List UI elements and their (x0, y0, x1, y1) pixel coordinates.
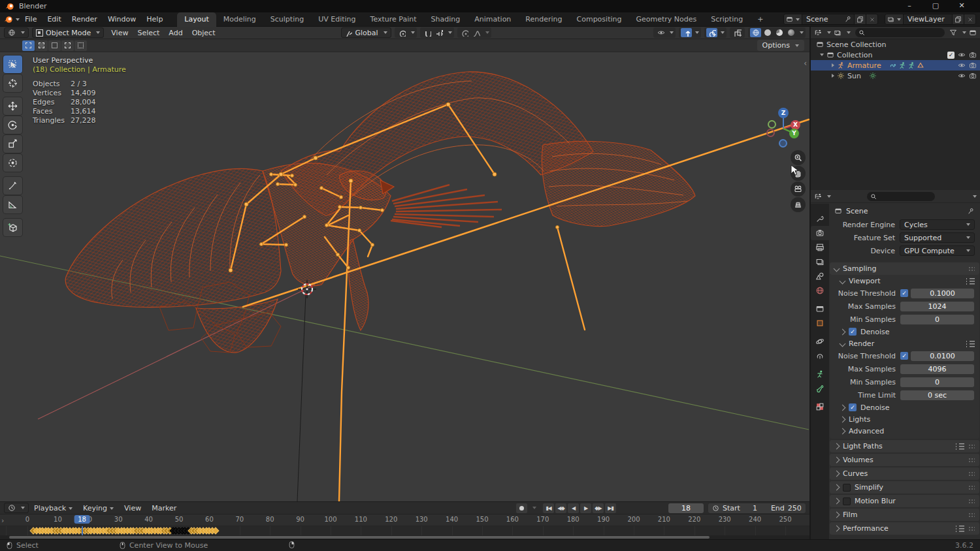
render-engine-dropdown[interactable]: Cycles (900, 219, 975, 230)
shading-material-button[interactable] (774, 28, 785, 37)
pin-icon[interactable] (968, 208, 975, 215)
tool-rotate-button[interactable] (3, 116, 22, 134)
hide-eye-icon[interactable] (958, 72, 966, 80)
outliner-row-collection[interactable]: Collection ✓ (811, 50, 980, 60)
current-frame-badge[interactable]: 18 (74, 515, 90, 524)
close-button[interactable]: ✕ (949, 0, 975, 12)
expand-icon[interactable] (832, 63, 834, 67)
disable-render-icon[interactable] (969, 61, 977, 69)
viewlayer-name[interactable]: ViewLayer (904, 15, 952, 24)
panel-simplify[interactable]: Simplify (830, 481, 979, 494)
preset-icon[interactable] (966, 340, 975, 347)
object-visibility-dropdown[interactable] (653, 27, 676, 38)
tool-annotate-button[interactable] (3, 177, 22, 195)
tab-sculpting[interactable]: Sculpting (263, 12, 311, 27)
gizmo-neg-x-axis[interactable] (766, 129, 775, 137)
panel-grip[interactable] (968, 512, 975, 518)
tab-layout[interactable]: Layout (177, 12, 216, 27)
timeline-menu-view[interactable]: View (119, 503, 146, 514)
auto-keying-button[interactable] (516, 503, 527, 513)
sidebar-pull-tab[interactable]: ‹ (804, 59, 807, 68)
motion-blur-checkbox[interactable] (843, 497, 851, 505)
tool-move-button[interactable] (3, 97, 22, 115)
max-samples-value-field[interactable]: 1024 (900, 302, 974, 311)
collapse-icon[interactable] (820, 54, 824, 56)
menu-render[interactable]: Render (67, 13, 103, 25)
proportional-editing-group[interactable] (457, 27, 491, 38)
maximize-button[interactable]: ▢ (923, 0, 949, 12)
sampling-viewport-subheader[interactable]: Viewport (830, 275, 979, 287)
gizmo-neg-y-axis[interactable] (768, 120, 776, 129)
panel-light-paths[interactable]: Light Paths (830, 440, 979, 452)
perspective-toggle-button[interactable] (791, 197, 806, 212)
timeline-scrollbar-thumb[interactable] (9, 536, 710, 539)
select-mode-subtract[interactable] (48, 40, 61, 51)
menu-file[interactable]: File (20, 13, 42, 25)
render-denoise-toggle[interactable]: ✓Denoise (830, 401, 979, 413)
hide-eye-icon[interactable] (958, 51, 966, 59)
panel-grip[interactable] (968, 444, 975, 449)
properties-tab-tool[interactable] (811, 212, 829, 226)
jump-to-start-button[interactable]: ▮◀ (543, 503, 554, 513)
viewport-menu-select[interactable]: Select (133, 27, 164, 39)
proportional-circle-icon[interactable] (459, 28, 470, 37)
outliner-search-input[interactable] (855, 28, 945, 37)
tab-texture-paint[interactable]: Texture Paint (363, 12, 424, 27)
panel-film[interactable]: Film (830, 509, 979, 521)
menu-edit[interactable]: Edit (42, 13, 66, 25)
expand-icon[interactable] (832, 74, 834, 78)
display-mode-icon[interactable] (834, 29, 841, 37)
panel-grip[interactable] (968, 458, 975, 463)
shading-solid-button[interactable] (762, 28, 773, 37)
properties-tab-view-layer[interactable] (811, 255, 829, 269)
noise-threshold-checkbox[interactable]: ✓ (900, 352, 908, 360)
viewport-menu-object[interactable]: Object (188, 27, 220, 39)
magnet-icon[interactable] (422, 28, 433, 37)
jump-to-end-button[interactable]: ▶▮ (605, 503, 616, 513)
collection-checkbox[interactable]: ✓ (947, 52, 955, 59)
pin-icon[interactable] (845, 16, 852, 23)
panel-performance[interactable]: Performance (830, 522, 979, 535)
tab-animation[interactable]: Animation (467, 12, 518, 27)
properties-tab-bone[interactable] (811, 381, 829, 396)
scene-icon[interactable] (784, 14, 802, 24)
timeline-menu-keying[interactable]: Keying (78, 503, 119, 514)
preset-icon[interactable] (966, 277, 975, 285)
minimize-button[interactable]: – (896, 0, 923, 12)
timeline-menu-marker[interactable]: Marker (146, 503, 182, 514)
min-samples-value-field[interactable]: 0 (900, 315, 974, 324)
noise-threshold-value-field[interactable]: 0.1000 (911, 289, 974, 298)
properties-tab-physics[interactable] (811, 334, 829, 349)
properties-tab-object[interactable] (811, 316, 829, 330)
falloff-curve-icon[interactable] (471, 28, 482, 37)
new-scene-button[interactable] (854, 14, 866, 24)
noise-threshold-checkbox[interactable]: ✓ (900, 289, 908, 297)
timeline-menu-playback[interactable]: Playback (29, 503, 78, 514)
filter-icon[interactable] (949, 29, 957, 37)
tool-transform-button[interactable] (3, 154, 22, 172)
gizmo-neg-z-axis[interactable] (779, 139, 787, 148)
menu-window[interactable]: Window (103, 13, 141, 25)
zoom-button[interactable] (791, 150, 806, 165)
current-frame-field[interactable]: 18 (668, 503, 704, 513)
outliner-row-armature[interactable]: Armature (811, 60, 980, 71)
tool-scale-button[interactable] (3, 135, 22, 153)
snapping-group[interactable] (420, 27, 454, 38)
panel-motion-blur[interactable]: Motion Blur (830, 495, 979, 507)
gizmo-y-axis[interactable]: Y (789, 129, 799, 138)
properties-tab-collection[interactable] (811, 302, 829, 316)
editor-type-button[interactable] (4, 27, 29, 38)
select-mode-extend[interactable] (35, 40, 48, 51)
remove-viewlayer-button[interactable] (964, 14, 975, 24)
pivot-point-dropdown[interactable] (395, 27, 417, 38)
denoise-checkbox[interactable]: ✓ (849, 328, 857, 336)
preset-icon[interactable] (956, 525, 964, 532)
viewport-menu-add[interactable]: Add (164, 27, 187, 39)
play-reverse-button[interactable]: ◀ (568, 503, 579, 513)
properties-tab-texture[interactable] (811, 400, 829, 414)
tab-uv-editing[interactable]: UV Editing (311, 12, 363, 27)
outliner-editor-type-icon[interactable] (814, 29, 822, 37)
tool-measure-button[interactable] (3, 196, 22, 213)
tab-geometry-nodes[interactable]: Geometry Nodes (629, 12, 704, 27)
panel-curves[interactable]: Curves (830, 467, 979, 480)
